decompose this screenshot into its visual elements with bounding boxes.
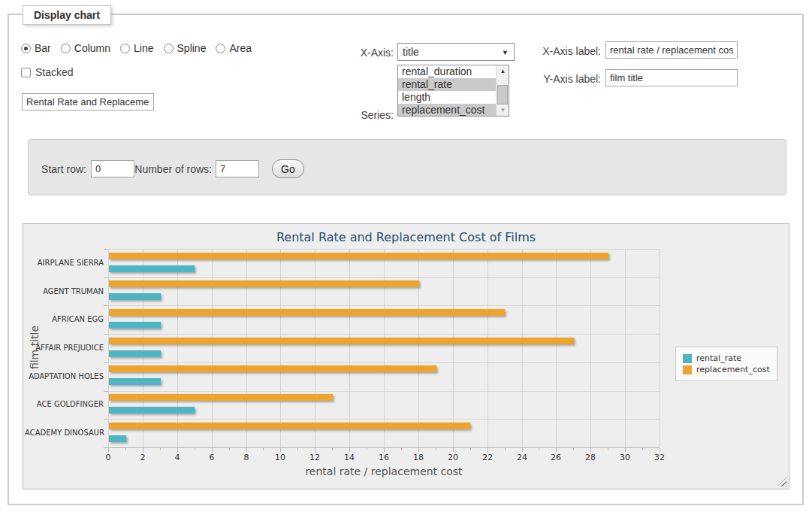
y-axis-tick [104,419,108,420]
y-axis-tick [104,334,108,335]
num-rows-input[interactable] [216,160,259,177]
bar-replacement_cost[interactable] [109,394,333,401]
x-axis-tick [608,448,608,450]
start-row-label: Start row: [19,163,86,175]
bar-replacement_cost[interactable] [109,423,470,429]
gridline-horizontal [108,391,660,392]
y-axis-label-label: Y-Axis label: [518,73,601,85]
gridline-vertical [384,249,385,447]
bar-replacement_cost[interactable] [109,280,419,287]
gridline-vertical [660,249,660,447]
gridline-horizontal [108,305,660,306]
resize-grip-icon[interactable] [777,477,786,486]
gridline-vertical [418,249,419,447]
x-axis-tick [556,448,557,452]
bar-rental_rate[interactable] [109,350,161,357]
chart-title: Rental Rate and Replacement Cost of Film… [23,230,789,244]
series-listbox[interactable]: rental_durationrental_ratelengthreplacem… [397,65,509,117]
gridline-vertical [625,249,626,447]
bar-rental_rate[interactable] [109,265,195,272]
scroll-down-icon[interactable]: ▼ [497,105,509,116]
stacked-label[interactable]: Stacked [35,66,74,78]
radio-area[interactable] [216,44,225,53]
x-axis-tick [384,448,385,452]
bar-rental_rate[interactable] [109,378,161,385]
gridline-vertical [177,249,178,447]
radio-column[interactable] [61,44,71,53]
x-axis-tick [229,448,230,450]
radio-label-line[interactable]: Line [134,42,153,54]
series-option-rental_duration[interactable]: rental_duration [398,65,496,78]
legend-label: rental_rate [696,353,741,363]
gridline-vertical [246,249,247,447]
x-axis-tick [470,448,471,450]
series-option-rental_rate[interactable]: rental_rate [398,78,496,91]
x-tick-label: 10 [269,453,291,462]
x-axis-tick [297,448,298,450]
gridline-vertical [143,249,143,447]
x-tick-label: 14 [338,453,361,462]
x-tick-label: 24 [511,453,533,462]
go-button[interactable]: Go [272,159,304,178]
radio-label-bar[interactable]: Bar [35,42,51,54]
gridline-vertical [488,249,488,447]
chart-title-input[interactable] [22,93,154,111]
radio-line[interactable] [120,44,130,53]
radio-label-column[interactable]: Column [74,42,110,54]
bar-rental_rate[interactable] [109,435,126,442]
num-rows-label: Number of rows: [128,163,212,175]
bar-replacement_cost[interactable] [109,338,574,344]
gridline-vertical [522,249,523,447]
legend-item-rental_rate[interactable]: rental_rate [683,353,770,363]
x-axis-tick [125,448,126,450]
y-axis-tick [104,305,108,306]
x-axis-tick [160,448,161,450]
bar-rental_rate[interactable] [109,293,161,300]
category-label: ACE GOLDFINGER [25,400,104,408]
x-axis-label: X-Axis: [315,47,394,59]
x-axis-tick [177,448,178,452]
gridline-horizontal [108,249,660,250]
x-axis-tick [367,448,367,450]
listbox-scrollbar[interactable]: ▲ ▼ [496,65,509,116]
legend-swatch-rental_rate [683,354,692,363]
bar-replacement_cost[interactable] [109,365,436,372]
gridline-horizontal [108,419,660,420]
gridline-vertical [453,249,454,447]
x-tick-label: 12 [303,453,326,462]
x-axis-label-input[interactable] [605,41,738,59]
page: Display chart BarColumnLineSplineArea St… [0,0,812,512]
chart-legend: rental_ratereplacement_cost [675,347,777,381]
stacked-row: Stacked [21,66,74,78]
x-axis-select[interactable]: title ▼ [397,43,515,61]
x-axis-label-label: X-Axis label: [518,45,601,57]
series-options: rental_durationrental_ratelengthreplacem… [398,65,496,117]
bar-replacement_cost[interactable] [109,309,505,316]
x-axis-tick [642,448,643,450]
x-axis-tick [436,448,436,450]
stacked-checkbox[interactable] [21,68,31,77]
legend-item-replacement_cost[interactable]: replacement_cost [683,365,770,374]
series-option-length[interactable]: length [398,91,496,104]
series-option-replacement_cost[interactable]: replacement_cost [398,104,496,117]
gridline-vertical [108,249,109,447]
bar-replacement_cost[interactable] [109,253,608,259]
x-tick-label: 8 [235,453,258,462]
radio-label-area[interactable]: Area [229,42,252,54]
bar-rental_rate[interactable] [109,407,195,414]
y-axis-tick [104,249,108,250]
x-axis-tick [505,448,506,450]
chart-plot-area [108,249,660,447]
y-axis-label-input[interactable] [605,69,738,86]
y-axis-title: film title [29,321,41,374]
scrollbar-thumb[interactable] [497,85,508,105]
x-axis-tick [280,448,281,452]
x-tick-label: 6 [201,453,223,462]
x-axis-title: rental rate / replacement cost [271,465,497,477]
radio-bar[interactable] [21,44,31,53]
radio-spline[interactable] [164,44,174,53]
gridline-horizontal [108,362,660,363]
radio-label-spline[interactable]: Spline [177,42,207,54]
scroll-up-icon[interactable]: ▲ [497,65,509,77]
bar-rental_rate[interactable] [109,322,161,329]
